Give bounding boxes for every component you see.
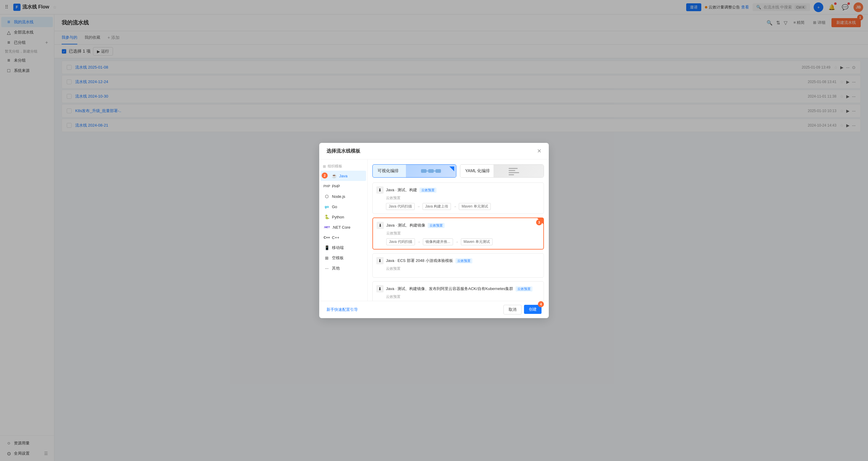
select-template-modal: 选择流水线模板 ✕ ⊞ 组织模板 2 ☕ Java PHP [319, 143, 549, 318]
step-maven-test-2: Maven 单元测试 [461, 238, 493, 245]
sidebar-label-php: PHP [332, 184, 340, 188]
template-card-2-icon: ⬇ [377, 222, 384, 229]
svg-rect-1 [428, 169, 434, 173]
svg-rect-7 [508, 172, 519, 173]
yaml-tab-decoration [494, 165, 544, 177]
template-card-4-title: Java · 测试、构建镜像、发布到阿里云容器服务ACK/自有Kubernete… [386, 286, 513, 291]
modal-footer-actions: 取消 4 创建 [503, 305, 541, 314]
template-card-2-sub: 云效预置 [386, 231, 540, 236]
modal-sidebar-item-mobile[interactable]: 📱 移动端 [320, 243, 366, 253]
sidebar-label-other: 其他 [332, 266, 340, 271]
template-card-java-test-build[interactable]: ⬇ Java · 测试、构建 云效预置 云效预置 Java 代码扫描 → Jav… [372, 182, 544, 214]
modal-sidebar-item-other[interactable]: ··· 其他 [320, 263, 366, 273]
template-card-1-badge: 云效预置 [420, 188, 436, 193]
template-card-2-badge: 云效预置 [428, 223, 444, 228]
org-icon: ⊞ [323, 164, 326, 168]
template-card-1-title: Java · 测试、构建 [386, 187, 417, 193]
arrow-4: → [456, 240, 459, 244]
cpp-icon: C++ [324, 235, 330, 240]
template-card-1-sub: 云效预置 [386, 195, 540, 201]
confirm-wrapper: 4 创建 [524, 305, 541, 314]
template-card-1-icon: ⬇ [376, 186, 383, 194]
step-badge-3-wrapper: 3 [536, 219, 542, 225]
sidebar-label-java: Java [339, 174, 347, 178]
template-card-4-icon: ⬇ [376, 285, 383, 293]
java-icon: ☕ [331, 173, 337, 179]
template-card-3-badge: 云效预置 [456, 258, 472, 264]
step-badge-3: 3 [536, 219, 542, 225]
go-icon: go [324, 204, 330, 209]
step-java-scan-2: Java 代码扫描 [386, 238, 415, 245]
modal-close-button[interactable]: ✕ [537, 148, 541, 154]
modal-body: ⊞ 组织模板 2 ☕ Java PHP PHP ⬡ Node.js [319, 159, 549, 301]
modal-sidebar-item-cpp[interactable]: C++ C++ [320, 232, 366, 243]
step-badge-4: 4 [538, 301, 544, 307]
template-card-3-header: ⬇ Java · ECS 部署 2048 小游戏体验模板 云效预置 [376, 257, 540, 264]
modal-sidebar-item-python[interactable]: 🐍 Python [320, 212, 366, 222]
template-card-1-header: ⬇ Java · 测试、构建 云效预置 [376, 186, 540, 194]
visual-tab-corner [450, 166, 454, 171]
template-tab-yaml[interactable]: YAML 化编排 [460, 164, 544, 178]
step-badge-2: 2 [322, 173, 328, 179]
visual-flow-svg [421, 165, 441, 177]
template-card-4-header: ⬇ Java · 测试、构建镜像、发布到阿里云容器服务ACK/自有Kuberne… [376, 285, 540, 293]
step-image-build: 镜像构建并推... [423, 238, 453, 245]
modal-footer: 新手快速配置引导 取消 4 创建 [319, 301, 549, 318]
svg-rect-0 [421, 169, 427, 173]
step-java-scan-1: Java 代码扫描 [386, 203, 415, 210]
template-card-java-test-build-image[interactable]: 3 ⬇ Java · 测试、构建镜像 云效预置 云效预置 Java 代码扫描 →… [372, 217, 544, 249]
arrow-2: → [453, 205, 456, 208]
template-card-2-steps: Java 代码扫描 → 镜像构建并推... → Maven 单元测试 [386, 238, 540, 245]
sidebar-label-python: Python [332, 215, 344, 219]
mobile-icon: 📱 [324, 245, 330, 250]
modal-sidebar-item-dotnet[interactable]: .NET .NET Core [320, 222, 366, 232]
svg-rect-6 [508, 170, 515, 171]
template-card-4-sub: 云效预置 [386, 294, 540, 299]
python-icon: 🐍 [324, 214, 330, 220]
template-tabs: 可视化编排 YAML 化 [372, 164, 544, 178]
template-card-2-header: ⬇ Java · 测试、构建镜像 云效预置 [377, 222, 540, 229]
template-card-3-sub: 云效预置 [386, 266, 540, 271]
arrow-1: → [417, 205, 420, 208]
template-card-1-steps: Java 代码扫描 → Java 构建上传 → Maven 单元测试 [386, 203, 540, 210]
template-tab-yaml-label: YAML 化编排 [465, 168, 490, 174]
cancel-button[interactable]: 取消 [503, 305, 522, 314]
modal-sidebar-item-php[interactable]: PHP PHP [320, 181, 366, 191]
modal-title: 选择流水线模板 [327, 148, 360, 154]
template-tab-visual-label: 可视化编排 [377, 168, 399, 174]
step-java-build-upload: Java 构建上传 [423, 203, 451, 210]
modal-content: 可视化编排 YAML 化 [368, 159, 549, 301]
nodejs-icon: ⬡ [324, 194, 330, 199]
modal-sidebar: ⊞ 组织模板 2 ☕ Java PHP PHP ⬡ Node.js [319, 159, 368, 301]
empty-icon: ⊞ [324, 255, 330, 261]
template-card-4-badge: 云效预置 [516, 286, 532, 291]
template-card-3-title: Java · ECS 部署 2048 小游戏体验模板 [386, 258, 453, 264]
modal-header: 选择流水线模板 ✕ [319, 143, 549, 159]
arrow-3: → [417, 240, 421, 244]
dotnet-icon: .NET [324, 224, 330, 230]
sidebar-label-nodejs: Node.js [332, 194, 345, 199]
template-card-java-k8s[interactable]: ⬇ Java · 测试、构建镜像、发布到阿里云容器服务ACK/自有Kuberne… [372, 281, 544, 301]
modal-overlay[interactable]: 选择流水线模板 ✕ ⊞ 组织模板 2 ☕ Java PHP [0, 0, 868, 461]
sidebar-label-dotnet: .NET Core [332, 225, 350, 229]
svg-rect-8 [508, 174, 514, 175]
other-icon: ··· [324, 266, 330, 271]
quick-guide-link[interactable]: 新手快速配置引导 [327, 307, 358, 312]
visual-tab-decoration [406, 165, 456, 177]
template-card-2-title: Java · 测试、构建镜像 [386, 223, 425, 228]
template-card-3-icon: ⬇ [376, 257, 383, 264]
sidebar-label-mobile: 移动端 [332, 245, 344, 250]
sidebar-label-cpp: C++ [332, 235, 339, 240]
template-tab-visual[interactable]: 可视化编排 [372, 164, 456, 178]
sidebar-label-go: Go [332, 205, 337, 209]
modal-sidebar-item-empty[interactable]: ⊞ 空模板 [320, 253, 366, 263]
modal-sidebar-org-label: ⊞ 组织模板 [319, 162, 367, 171]
template-card-java-ecs-2048[interactable]: ⬇ Java · ECS 部署 2048 小游戏体验模板 云效预置 云效预置 [372, 253, 544, 278]
modal-sidebar-item-nodejs[interactable]: ⬡ Node.js [320, 191, 366, 202]
modal-sidebar-item-go[interactable]: go Go [320, 202, 366, 212]
sidebar-label-empty: 空模板 [332, 255, 344, 261]
step-maven-test-1: Maven 单元测试 [459, 203, 491, 210]
svg-rect-2 [435, 169, 441, 173]
svg-rect-5 [508, 168, 518, 169]
yaml-lines-svg [508, 165, 529, 177]
